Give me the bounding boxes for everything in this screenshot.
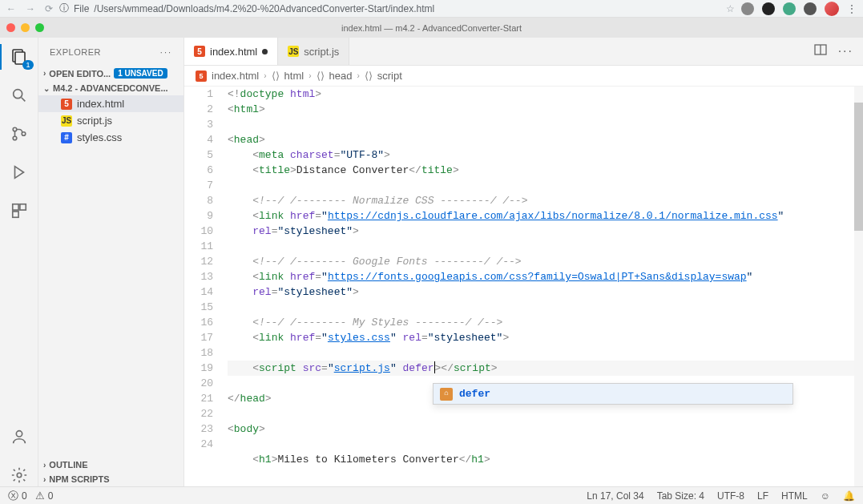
code-editor[interactable]: 123456789101112131415161718192021222324 … bbox=[184, 87, 863, 486]
reload-icon[interactable]: ⟳ bbox=[45, 3, 53, 14]
tab-bar: 5 index.html JS script.js ··· bbox=[184, 38, 863, 66]
window-title: index.html — m4.2 - AdvancedConverter-St… bbox=[341, 23, 522, 33]
svg-rect-9 bbox=[19, 204, 25, 210]
svg-point-11 bbox=[16, 431, 22, 437]
window-titlebar: index.html — m4.2 - AdvancedConverter-St… bbox=[0, 18, 863, 38]
breadcrumb-file[interactable]: index.html bbox=[212, 70, 259, 82]
file-item-index-html[interactable]: 5 index.html bbox=[38, 95, 183, 112]
chevron-down-icon: ⌄ bbox=[43, 84, 50, 93]
status-errors[interactable]: ⓧ 0 bbox=[8, 489, 27, 503]
activity-source-control-icon[interactable] bbox=[8, 123, 30, 145]
split-editor-icon[interactable] bbox=[814, 43, 827, 59]
explorer-badge: 1 bbox=[22, 60, 33, 70]
chevron-right-icon: › bbox=[357, 71, 359, 80]
activity-search-icon[interactable] bbox=[8, 84, 30, 107]
activity-settings-icon[interactable] bbox=[8, 464, 30, 486]
extension-icon[interactable] bbox=[741, 2, 754, 15]
js-file-icon: JS bbox=[61, 115, 72, 127]
file-name: styles.css bbox=[77, 131, 122, 143]
extension-icon[interactable] bbox=[762, 2, 775, 15]
more-actions-icon[interactable]: ··· bbox=[838, 44, 853, 58]
status-ln-col[interactable]: Ln 17, Col 34 bbox=[587, 490, 643, 502]
folder-label: M4.2 - ADVANCEDCONVE... bbox=[53, 83, 168, 93]
explorer-sidebar: EXPLORER ··· › OPEN EDITO... 1 UNSAVED ⌄… bbox=[38, 38, 184, 486]
status-encoding[interactable]: UTF-8 bbox=[717, 490, 744, 502]
url-path[interactable]: /Users/wmmead/Downloads/m4.2%20-%20Advan… bbox=[94, 3, 434, 14]
status-notifications-icon[interactable]: 🔔 bbox=[843, 490, 855, 502]
unsaved-badge: 1 UNSAVED bbox=[114, 68, 167, 79]
tag-icon: ⟨⟩ bbox=[272, 70, 280, 82]
back-icon[interactable]: ← bbox=[6, 3, 16, 14]
error-icon: ⓧ bbox=[8, 489, 18, 503]
tag-icon: ⟨⟩ bbox=[317, 70, 325, 82]
editor-area: 5 index.html JS script.js ··· 5 index.ht… bbox=[184, 38, 863, 486]
dirty-indicator-icon bbox=[262, 49, 268, 54]
status-feedback-icon[interactable]: ☺ bbox=[821, 490, 830, 502]
activity-extensions-icon[interactable] bbox=[8, 200, 30, 222]
warning-count: 0 bbox=[48, 490, 54, 502]
status-warnings[interactable]: ⚠ 0 bbox=[35, 490, 54, 502]
browser-extensions: ⋮ bbox=[741, 2, 857, 16]
breadcrumb-script[interactable]: script bbox=[377, 70, 402, 82]
kebab-menu-icon[interactable]: ⋮ bbox=[847, 3, 857, 14]
profile-avatar-icon[interactable] bbox=[825, 2, 839, 16]
activity-bar: 1 bbox=[0, 38, 38, 486]
chevron-right-icon: › bbox=[43, 475, 46, 484]
code-content[interactable]: <!doctype html><html><head> <meta charse… bbox=[228, 87, 863, 486]
breadcrumb[interactable]: 5 index.html › ⟨⟩ html › ⟨⟩ head › ⟨⟩ sc… bbox=[184, 66, 863, 87]
svg-marker-7 bbox=[14, 167, 23, 179]
property-kind-icon: ⌂ bbox=[440, 388, 453, 401]
outline-section[interactable]: › OUTLINE bbox=[38, 458, 183, 472]
extension-icon[interactable] bbox=[804, 2, 817, 15]
chevron-right-icon: › bbox=[264, 71, 266, 80]
npm-scripts-label: NPM SCRIPTS bbox=[49, 474, 109, 484]
status-language[interactable]: HTML bbox=[781, 490, 808, 502]
file-item-script-js[interactable]: JS script.js bbox=[38, 112, 183, 129]
svg-point-2 bbox=[13, 90, 22, 99]
autocomplete-item[interactable]: ⌂ defer bbox=[434, 384, 792, 404]
tab-index-html[interactable]: 5 index.html bbox=[184, 38, 278, 65]
file-protocol-icon: ⓘ bbox=[59, 2, 69, 15]
file-name: index.html bbox=[77, 98, 124, 110]
tab-label: script.js bbox=[304, 46, 339, 58]
file-item-styles-css[interactable]: # styles.css bbox=[38, 129, 183, 146]
css-file-icon: # bbox=[61, 132, 72, 143]
svg-point-5 bbox=[13, 136, 17, 140]
minimap-scrollbar[interactable] bbox=[854, 87, 863, 486]
autocomplete-popup[interactable]: ⌂ defer bbox=[433, 383, 793, 405]
html-file-icon: 5 bbox=[194, 46, 205, 57]
maximize-window-icon[interactable] bbox=[35, 23, 44, 32]
status-eol[interactable]: LF bbox=[757, 490, 768, 502]
browser-address-bar: ← → ⟳ ⓘ File /Users/wmmead/Downloads/m4.… bbox=[0, 0, 863, 18]
bookmark-icon[interactable]: ☆ bbox=[726, 3, 735, 14]
status-tab-size[interactable]: Tab Size: 4 bbox=[657, 490, 704, 502]
open-editors-section[interactable]: › OPEN EDITO... 1 UNSAVED bbox=[38, 66, 183, 81]
chevron-right-icon: › bbox=[43, 69, 46, 78]
status-bar: ⓧ 0 ⚠ 0 Ln 17, Col 34 Tab Size: 4 UTF-8 … bbox=[0, 486, 863, 504]
forward-icon[interactable]: → bbox=[26, 3, 35, 14]
url-prefix: File bbox=[74, 3, 89, 14]
explorer-more-icon[interactable]: ··· bbox=[160, 47, 172, 57]
extension-icon[interactable] bbox=[783, 2, 796, 15]
npm-scripts-section[interactable]: › NPM SCRIPTS bbox=[38, 472, 183, 486]
tag-icon: ⟨⟩ bbox=[365, 70, 373, 82]
tab-script-js[interactable]: JS script.js bbox=[278, 38, 349, 65]
breadcrumb-html[interactable]: html bbox=[284, 70, 304, 82]
explorer-title: EXPLORER bbox=[50, 47, 101, 57]
close-window-icon[interactable] bbox=[6, 23, 15, 32]
autocomplete-label: defer bbox=[459, 386, 490, 401]
html-file-icon: 5 bbox=[61, 99, 72, 110]
file-list: 5 index.html JS script.js # styles.css bbox=[38, 95, 183, 146]
outline-label: OUTLINE bbox=[49, 460, 87, 470]
folder-section[interactable]: ⌄ M4.2 - ADVANCEDCONVE... bbox=[38, 81, 183, 95]
chevron-right-icon: › bbox=[309, 71, 311, 80]
open-editors-label: OPEN EDITO... bbox=[49, 69, 111, 79]
minimize-window-icon[interactable] bbox=[21, 23, 30, 32]
svg-line-3 bbox=[21, 98, 25, 102]
breadcrumb-head[interactable]: head bbox=[329, 70, 353, 82]
activity-accounts-icon[interactable] bbox=[8, 425, 30, 448]
activity-explorer-icon[interactable]: 1 bbox=[8, 46, 30, 68]
warning-icon: ⚠ bbox=[35, 490, 45, 502]
svg-rect-8 bbox=[12, 204, 18, 210]
activity-run-debug-icon[interactable] bbox=[8, 161, 30, 183]
